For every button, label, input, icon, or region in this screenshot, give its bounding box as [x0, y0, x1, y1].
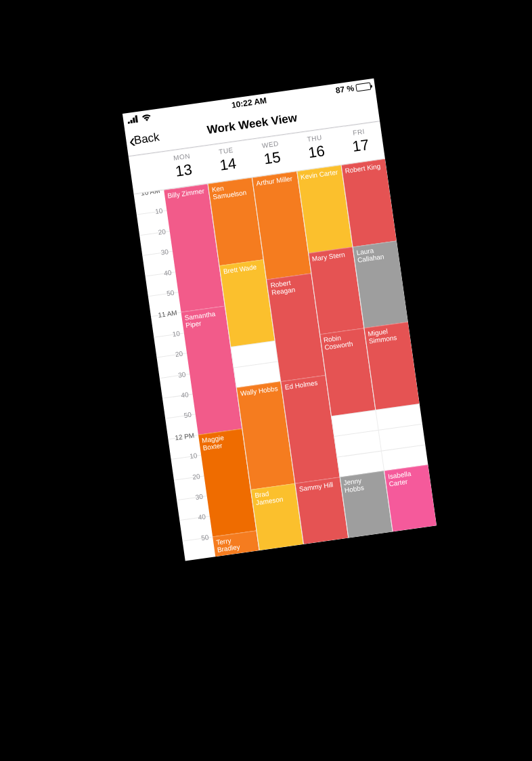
minute-label: 50: [147, 288, 178, 300]
day-header[interactable]: MON13: [158, 146, 208, 190]
calendar-event[interactable]: Sammy Hill: [295, 477, 347, 544]
minute-label: 40: [179, 513, 210, 524]
day-header[interactable]: WED15: [247, 134, 296, 177]
battery-icon: [355, 82, 371, 91]
minute-label: 20: [139, 227, 170, 238]
phone-frame: 10:22 AM 87 % ‹ Back Work Week View MON1…: [122, 79, 436, 561]
minute-label: 30: [158, 370, 190, 381]
minute-label: 20: [173, 472, 204, 483]
minute-label: 50: [164, 410, 196, 422]
day-header[interactable]: THU16: [291, 127, 340, 171]
day-header[interactable]: FRI17: [335, 121, 384, 165]
minute-label: 10: [170, 451, 201, 462]
battery-percent: 87 %: [334, 83, 354, 95]
time-gutter-header: [128, 152, 163, 194]
hour-label: 12 PM: [167, 431, 198, 442]
hour-label: 11 AM: [150, 309, 181, 320]
minute-label: 40: [144, 268, 175, 280]
calendar-event[interactable]: Jenny Hobbs: [340, 471, 392, 538]
minute-label: 50: [181, 533, 213, 544]
minute-label: 30: [141, 247, 173, 259]
minute-label: 10: [153, 329, 184, 341]
minute-label: 40: [162, 390, 193, 401]
minute-label: 10: [136, 206, 167, 218]
calendar-event[interactable]: Isabella Carter: [384, 464, 436, 531]
minute-label: 20: [156, 349, 187, 361]
minute-label: 30: [176, 492, 207, 504]
day-header[interactable]: TUE14: [202, 140, 252, 183]
calendar-event[interactable]: Brad Jameson: [251, 483, 303, 550]
schedule-grid[interactable]: 10 AM102030405011 AM102030405012 PM10203…: [133, 159, 436, 561]
